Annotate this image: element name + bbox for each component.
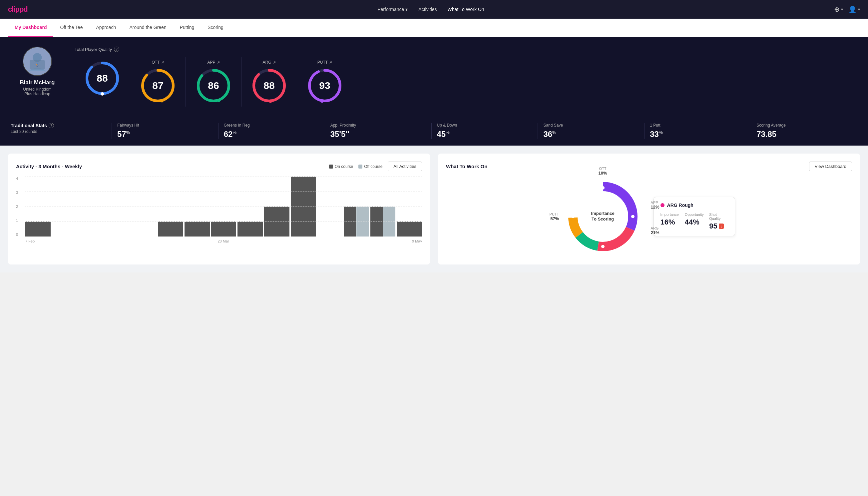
nav-activities[interactable]: Activities: [419, 7, 437, 12]
legend-off-course: Off course: [358, 164, 382, 169]
score-app: APP ↗ 86: [186, 57, 241, 107]
trad-stats-help-icon[interactable]: ?: [49, 123, 54, 128]
stat-1-putt: 1 Putt 33%: [645, 123, 751, 139]
svg-point-6: [100, 92, 104, 96]
tab-putting[interactable]: Putting: [173, 19, 201, 37]
svg-point-23: [601, 186, 604, 189]
svg-point-25: [601, 245, 604, 248]
trad-stats-title: Traditional Stats ?: [11, 123, 106, 128]
chart-header: Activity - 3 Months - Weekly On course O…: [16, 161, 422, 171]
ott-label: OTT ↗: [152, 60, 164, 65]
stat-sand-save: Sand Save 36%: [538, 123, 645, 139]
nav-right: ⊕ ▾ 👤 ▾: [834, 5, 860, 13]
ott-donut-label: OTT 10%: [599, 167, 607, 175]
view-dashboard-button[interactable]: View Dashboard: [809, 161, 852, 171]
info-stat-importance: Importance 16%: [661, 213, 679, 231]
donut-chart: PUTT 57% OTT 10% APP 12% ARG 21%: [563, 176, 643, 257]
total-score-value: 88: [97, 73, 108, 84]
arg-label: ARG ↗: [263, 60, 275, 65]
chart-grid-lines: [25, 176, 422, 236]
help-icon[interactable]: ?: [114, 47, 119, 52]
y-axis: 4 3 2 1 0: [16, 176, 18, 236]
player-info: 🏌 Blair McHarg United Kingdom Plus Handi…: [11, 47, 64, 96]
app-logo: clippd: [8, 5, 28, 14]
work-on-title: What To Work On View Dashboard: [446, 161, 852, 171]
app-label: APP ↗: [207, 60, 220, 65]
stats-bar: Traditional Stats ? Last 20 rounds Fairw…: [0, 116, 868, 145]
tab-approach[interactable]: Approach: [89, 19, 123, 37]
total-circle: 88: [84, 60, 121, 97]
stat-scoring-average: Scoring Average 73.85: [751, 123, 857, 139]
stat-greens-in-reg: Greens In Reg 62%: [219, 123, 325, 139]
shot-quality-badge: ↓: [719, 223, 724, 229]
score-circles: 88 OTT ↗ 87: [75, 57, 857, 107]
info-stat-opportunity: Opportunity 44%: [685, 213, 704, 231]
tab-off-the-tee[interactable]: Off the Tee: [53, 19, 89, 37]
putt-score-value: 93: [319, 80, 330, 91]
arg-trend-icon: ↗: [273, 60, 276, 65]
tpq-label: Total Player Quality ?: [75, 47, 857, 52]
player-name: Blair McHarg: [20, 79, 55, 86]
add-button[interactable]: ⊕ ▾: [834, 5, 843, 13]
chevron-down-icon: ▾: [841, 7, 843, 12]
score-arg: ARG ↗ 88: [241, 57, 297, 107]
avatar: 🏌: [23, 47, 52, 76]
score-ott: OTT ↗ 87: [130, 57, 186, 107]
player-country: United Kingdom: [23, 87, 51, 92]
work-on-card: What To Work On View Dashboard PUTT 57% …: [438, 154, 860, 264]
scores-section: Total Player Quality ? 88 OTT ↗: [75, 47, 857, 107]
svg-point-26: [571, 215, 574, 218]
stat-fairways-hit: Fairways Hit 57%: [112, 123, 219, 139]
legend-on-course: On course: [329, 164, 353, 169]
info-stat-shot-quality: Shot Quality 95 ↓: [709, 213, 728, 231]
info-card-stats: Importance 16% Opportunity 44% Shot Qual…: [661, 213, 728, 231]
tab-around-the-green[interactable]: Around the Green: [123, 19, 173, 37]
user-profile-button[interactable]: 👤 ▾: [848, 5, 860, 13]
tab-my-dashboard[interactable]: My Dashboard: [8, 19, 53, 37]
player-handicap: Plus Handicap: [24, 92, 50, 96]
app-circle: 86: [195, 67, 232, 104]
info-card-dot: [661, 203, 664, 207]
trad-stats-period: Last 20 rounds: [11, 129, 106, 134]
putt-donut-label: PUTT 57%: [550, 212, 559, 221]
chart-title: Activity - 3 Months - Weekly: [16, 164, 324, 169]
chart-body: 4 3 2 1 0 7 Feb 28 Mar 9 May: [16, 176, 422, 243]
svg-point-24: [631, 215, 634, 218]
putt-circle: 93: [306, 67, 343, 104]
chart-legend: On course Off course: [329, 164, 383, 169]
chevron-down-icon: ▾: [858, 7, 860, 12]
nav-what-to-work-on[interactable]: What To Work On: [448, 7, 484, 12]
tabs-bar: My Dashboard Off the Tee Approach Around…: [0, 19, 868, 37]
traditional-stats-label: Traditional Stats ? Last 20 rounds: [11, 123, 112, 139]
putt-trend-icon: ↗: [329, 60, 332, 65]
nav-links: Performance ▾ Activities What To Work On: [377, 7, 484, 12]
svg-text:🏌: 🏌: [35, 63, 39, 67]
info-card-title: ARG Rough: [661, 203, 728, 208]
hero-section: 🏌 Blair McHarg United Kingdom Plus Handi…: [0, 37, 868, 116]
chevron-down-icon: ▾: [405, 7, 408, 12]
donut-center-text: Importance To Scoring: [591, 211, 615, 222]
all-activities-button[interactable]: All Activities: [388, 161, 422, 171]
app-donut-label: APP 12%: [651, 201, 660, 210]
donut-area: PUTT 57% OTT 10% APP 12% ARG 21%: [446, 176, 852, 257]
score-total: 88: [75, 57, 130, 107]
top-navigation: clippd Performance ▾ Activities What To …: [0, 0, 868, 19]
score-putt: PUTT ↗ 93: [297, 57, 352, 107]
ott-circle: 87: [140, 67, 176, 104]
putt-label: PUTT ↗: [317, 60, 332, 65]
stat-up-and-down: Up & Down 45%: [432, 123, 538, 139]
activity-chart-card: Activity - 3 Months - Weekly On course O…: [8, 154, 430, 264]
arg-circle: 88: [251, 67, 287, 104]
arg-score-value: 88: [264, 80, 274, 91]
on-course-legend-dot: [329, 165, 333, 169]
x-axis: 7 Feb 28 Mar 9 May: [25, 238, 422, 243]
ott-trend-icon: ↗: [161, 60, 164, 65]
nav-performance[interactable]: Performance ▾: [377, 7, 408, 12]
bottom-section: Activity - 3 Months - Weekly On course O…: [0, 145, 868, 273]
off-course-legend-dot: [358, 165, 362, 169]
arg-donut-label: ARG 21%: [651, 226, 660, 235]
tab-scoring[interactable]: Scoring: [201, 19, 230, 37]
app-trend-icon: ↗: [217, 60, 220, 65]
stat-app-proximity: App. Proximity 35'5": [325, 123, 432, 139]
ott-score-value: 87: [152, 80, 163, 91]
